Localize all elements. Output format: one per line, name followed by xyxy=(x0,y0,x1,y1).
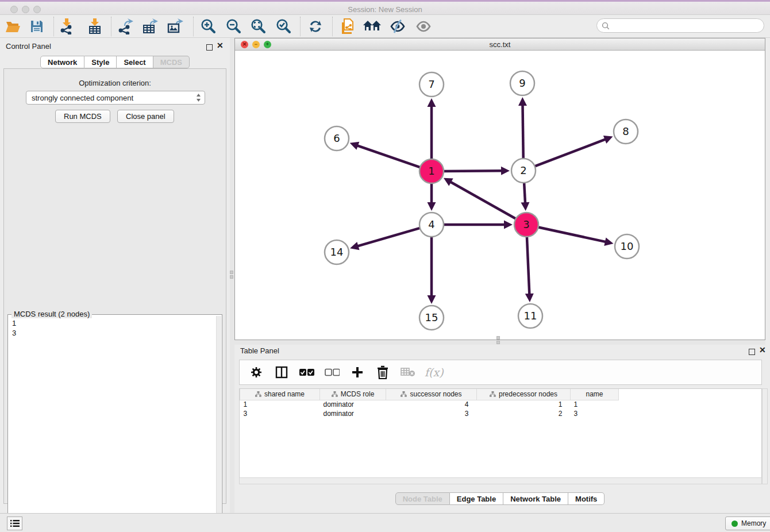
graph-node-8[interactable]: 8 xyxy=(614,119,638,144)
tab-style[interactable]: Style xyxy=(84,56,117,68)
zoom-selected-button[interactable] xyxy=(273,17,294,36)
optimization-criterion-label: Optimization criterion: xyxy=(4,79,226,87)
copy-network-button[interactable] xyxy=(337,17,358,36)
export-network-button[interactable] xyxy=(115,17,136,36)
tab-select[interactable]: Select xyxy=(117,56,153,68)
table-settings-button[interactable] xyxy=(248,363,265,382)
checked-boxes-icon xyxy=(299,368,314,376)
graph-edge-2-8[interactable] xyxy=(534,136,613,167)
hide-details-button[interactable] xyxy=(387,17,408,36)
create-column-button[interactable] xyxy=(349,363,366,382)
table-vscrollbar[interactable] xyxy=(762,388,768,484)
column-header-successor-nodes[interactable]: successor nodes xyxy=(386,389,477,400)
mcds-result-scrollbar[interactable] xyxy=(216,316,221,530)
graph-edge-2-3[interactable] xyxy=(521,182,529,211)
zoom-out-button[interactable] xyxy=(223,17,244,36)
function-builder-button[interactable]: f(x) xyxy=(425,366,444,379)
network-canvas[interactable]: 7968124314101511 xyxy=(235,51,765,340)
close-panel-icon[interactable]: ✕ xyxy=(217,43,224,49)
graph-node-15[interactable]: 15 xyxy=(419,306,444,330)
splitter-grip xyxy=(230,275,233,279)
horizontal-splitter[interactable] xyxy=(234,340,765,345)
column-header-name[interactable]: name xyxy=(571,389,619,400)
export-image-button[interactable] xyxy=(165,17,186,36)
graph-node-1[interactable]: 1 xyxy=(419,159,444,183)
tab-mcds[interactable]: MCDS xyxy=(153,56,190,68)
table-cell[interactable]: 2 xyxy=(477,409,571,418)
graph-edge-2-9[interactable] xyxy=(518,97,527,160)
zoom-fit-button[interactable] xyxy=(248,17,268,36)
table-cell[interactable]: 1 xyxy=(477,400,571,409)
graph-node-10[interactable]: 10 xyxy=(615,234,639,259)
graph-edge-4-15[interactable] xyxy=(428,236,436,304)
table-cell[interactable]: dominator xyxy=(320,400,386,409)
deselect-all-rows-button[interactable] xyxy=(324,363,341,382)
graph-node-7[interactable]: 7 xyxy=(419,72,444,97)
graph-edge-3-11[interactable] xyxy=(525,236,534,302)
float-table-panel-icon[interactable] xyxy=(749,347,755,357)
search-box[interactable] xyxy=(596,18,764,33)
tab-node-table[interactable]: Node Table xyxy=(395,492,450,505)
search-icon xyxy=(602,22,610,30)
open-file-button[interactable] xyxy=(3,17,24,36)
graph-edge-3-10[interactable] xyxy=(537,227,614,246)
table-cell[interactable]: 1 xyxy=(240,400,320,409)
mcds-result-list[interactable]: 1 3 xyxy=(9,316,217,530)
graph-node-9[interactable]: 9 xyxy=(510,71,534,95)
show-columns-button[interactable] xyxy=(273,363,290,382)
import-table-button[interactable] xyxy=(84,17,105,36)
graph-edge-4-3[interactable] xyxy=(442,221,513,229)
column-header-MCDS-role[interactable]: MCDS role xyxy=(320,389,386,400)
tab-motifs[interactable]: Motifs xyxy=(568,492,605,505)
home-button[interactable] xyxy=(362,17,383,36)
search-input[interactable] xyxy=(610,21,753,30)
zoom-in-button[interactable] xyxy=(198,17,218,36)
table-cell[interactable]: 4 xyxy=(386,400,477,409)
tab-network-table[interactable]: Network Table xyxy=(503,492,568,505)
graph-edge-3-1[interactable] xyxy=(444,178,517,219)
vertical-splitter[interactable] xyxy=(230,38,234,513)
graph-node-4[interactable]: 4 xyxy=(419,213,444,237)
apply-layout-button[interactable] xyxy=(305,17,326,36)
delete-table-button[interactable] xyxy=(399,363,417,382)
graph-edge-4-14[interactable] xyxy=(350,228,421,250)
close-table-panel-icon[interactable]: ✕ xyxy=(759,347,766,353)
memory-button[interactable]: Memory xyxy=(725,516,770,530)
column-type-icon xyxy=(490,391,496,397)
table-row[interactable]: 1dominator411 xyxy=(240,400,619,409)
run-mcds-button[interactable]: Run MCDS xyxy=(55,110,110,123)
graph-node-14[interactable]: 14 xyxy=(325,240,349,264)
criterion-select[interactable]: strongly connected component xyxy=(26,91,205,105)
table-row[interactable]: 3dominator323 xyxy=(240,409,619,418)
graph-node-2[interactable]: 2 xyxy=(511,159,536,183)
graph-node-11[interactable]: 11 xyxy=(518,304,542,328)
float-panel-icon[interactable] xyxy=(206,43,213,53)
import-network-button[interactable] xyxy=(56,17,77,36)
table-cell[interactable]: dominator xyxy=(320,409,386,418)
export-table-button[interactable] xyxy=(140,17,160,36)
table-cell[interactable]: 3 xyxy=(571,409,619,418)
window-resize-grip[interactable] xyxy=(496,336,500,340)
graph-edge-1-7[interactable] xyxy=(428,98,436,160)
criterion-value: strongly connected component xyxy=(32,94,133,102)
delete-column-button[interactable] xyxy=(374,363,391,382)
toolbar-separator xyxy=(53,17,54,36)
table-cell[interactable]: 3 xyxy=(240,409,320,418)
table-cell[interactable]: 3 xyxy=(386,409,477,418)
graph-node-6[interactable]: 6 xyxy=(325,126,349,151)
show-details-button[interactable] xyxy=(413,17,434,36)
show-log-button[interactable] xyxy=(7,516,22,530)
table-cell[interactable]: 1 xyxy=(571,400,619,409)
select-all-rows-button[interactable] xyxy=(298,363,315,382)
tab-network[interactable]: Network xyxy=(40,56,84,68)
column-header-predecessor-nodes[interactable]: predecessor nodes xyxy=(477,389,571,400)
graph-edge-1-4[interactable] xyxy=(428,182,436,211)
graph-edge-1-6[interactable] xyxy=(350,142,421,168)
graph-node-3[interactable]: 3 xyxy=(514,213,538,237)
save-session-button[interactable] xyxy=(26,17,47,36)
graph-edge-1-2[interactable] xyxy=(442,167,510,175)
column-header-shared-name[interactable]: shared name xyxy=(240,389,320,400)
tab-edge-table[interactable]: Edge Table xyxy=(450,492,503,505)
close-panel-button[interactable]: Close panel xyxy=(117,110,174,123)
table-hscrollbar[interactable] xyxy=(239,477,762,484)
